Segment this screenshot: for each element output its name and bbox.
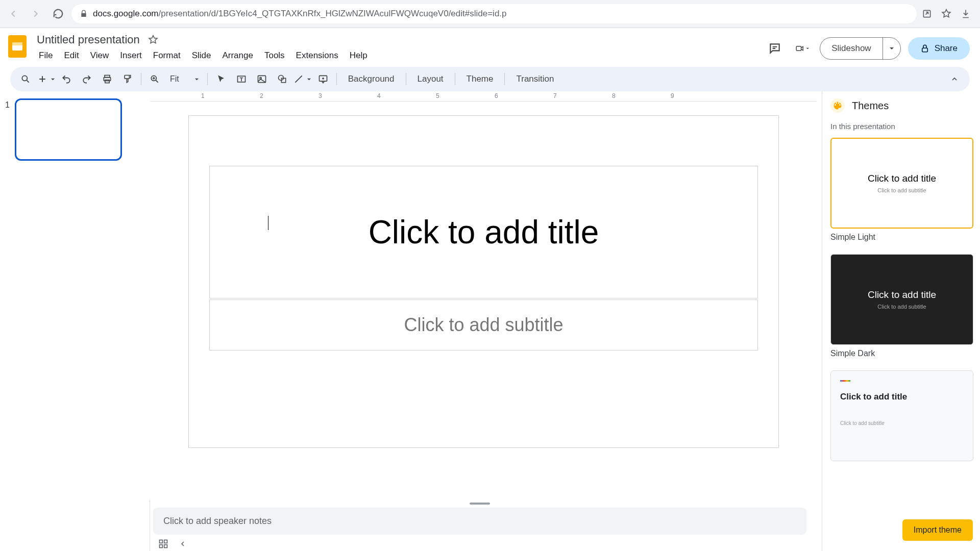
palette-icon [830, 98, 845, 113]
separator [336, 73, 337, 85]
transition-button[interactable]: Transition [509, 74, 561, 84]
svg-rect-3 [12, 42, 22, 45]
redo-button[interactable] [78, 70, 96, 88]
browser-toolbar: docs.google.com/presentation/d/1BGYeIc4_… [0, 0, 980, 28]
theme-button[interactable]: Theme [459, 74, 501, 84]
collapse-toolbar-button[interactable] [945, 70, 964, 88]
menu-view[interactable]: View [85, 48, 114, 63]
menu-extensions[interactable]: Extensions [291, 48, 344, 63]
address-bar[interactable]: docs.google.com/presentation/d/1BGYeIc4_… [71, 4, 917, 23]
share-page-icon[interactable] [921, 8, 933, 20]
theme-preview: Click to add title Click to add subtitle [830, 254, 973, 345]
filmstrip-slide: 1 [5, 98, 133, 161]
bookmark-star-icon[interactable] [940, 8, 952, 20]
meet-icon[interactable] [792, 38, 813, 59]
chevron-down-icon [806, 46, 810, 51]
slide-canvas[interactable]: Click to add title Click to add subtitle [189, 116, 778, 447]
chevron-down-icon [194, 77, 199, 82]
title-placeholder-box[interactable]: Click to add title [209, 166, 758, 298]
reload-button[interactable] [49, 5, 67, 23]
forward-button[interactable] [27, 5, 45, 23]
theme-preview-title: Click to add title [840, 392, 907, 402]
grid-view-icon[interactable] [158, 539, 168, 549]
lock-icon [920, 44, 929, 53]
horizontal-ruler[interactable]: 123456789 [150, 91, 817, 102]
background-button[interactable]: Background [341, 74, 402, 84]
star-icon[interactable] [148, 35, 158, 45]
menu-slide[interactable]: Slide [187, 48, 216, 63]
speaker-notes-placeholder: Click to add speaker notes [163, 516, 272, 526]
back-button[interactable] [4, 5, 22, 23]
theme-preview-subtitle: Click to add subtitle [877, 304, 926, 310]
collapse-filmstrip-icon[interactable] [179, 540, 187, 548]
theme-preview-title: Click to add title [868, 289, 936, 300]
url-text: docs.google.com/presentation/d/1BGYeIc4_… [93, 9, 507, 19]
notes-splitter[interactable] [470, 503, 490, 505]
layout-button[interactable]: Layout [410, 74, 451, 84]
image-tool[interactable] [253, 70, 271, 88]
download-icon[interactable] [960, 8, 972, 20]
theme-preview-title: Click to add title [868, 173, 936, 184]
share-label: Share [935, 43, 958, 54]
new-slide-button[interactable] [37, 70, 55, 88]
themes-panel-subtitle: In this presentation [830, 122, 980, 131]
undo-button[interactable] [57, 70, 76, 88]
theme-card-streamline[interactable]: Click to add title Click to add subtitle [830, 370, 980, 461]
app-header: Untitled presentation File Edit View Ins… [0, 28, 980, 63]
themes-panel: Themes In this presentation Click to add… [822, 91, 980, 551]
theme-card-simple-light[interactable]: Click to add title Click to add subtitle… [830, 138, 980, 250]
text-box-tool[interactable] [232, 70, 251, 88]
slideshow-button[interactable]: Slideshow [820, 38, 883, 59]
subtitle-placeholder-box[interactable]: Click to add subtitle [209, 299, 758, 350]
filmstrip: 1 [0, 91, 138, 551]
search-menus-button[interactable] [16, 70, 35, 88]
zoom-value: Fit [170, 74, 179, 84]
theme-card-simple-dark[interactable]: Click to add title Click to add subtitle… [830, 254, 980, 366]
speaker-notes[interactable]: Click to add speaker notes [153, 508, 806, 535]
shape-tool[interactable] [273, 70, 291, 88]
browser-right-icons [921, 8, 976, 20]
subtitle-placeholder-text: Click to add subtitle [404, 314, 563, 336]
themes-header: Themes [830, 98, 980, 113]
menu-format[interactable]: Format [148, 48, 186, 63]
theme-preview-subtitle: Click to add subtitle [840, 420, 885, 426]
select-tool[interactable] [212, 70, 230, 88]
canvas-scroll[interactable]: Click to add title Click to add subtitle [138, 102, 822, 499]
line-tool[interactable] [293, 70, 312, 88]
paint-format-button[interactable] [118, 70, 137, 88]
document-title[interactable]: Untitled presentation [34, 32, 143, 47]
share-button[interactable]: Share [908, 37, 970, 60]
slide-thumbnail[interactable] [15, 98, 122, 161]
theme-name: Simple Light [830, 233, 980, 242]
separator [141, 73, 141, 85]
slide-number: 1 [5, 98, 10, 161]
menu-edit[interactable]: Edit [59, 48, 84, 63]
import-theme-button[interactable]: Import theme [902, 519, 973, 541]
svg-rect-10 [125, 76, 129, 79]
menu-tools[interactable]: Tools [259, 48, 290, 63]
separator [504, 73, 505, 85]
slideshow-button-group: Slideshow [820, 37, 901, 60]
chevron-down-icon [307, 77, 311, 82]
zoom-select[interactable]: Fit [166, 70, 203, 88]
menu-help[interactable]: Help [345, 48, 373, 63]
comment-tool[interactable] [314, 70, 332, 88]
slideshow-dropdown[interactable] [883, 38, 900, 59]
print-button[interactable] [98, 70, 116, 88]
svg-rect-19 [164, 540, 167, 543]
title-placeholder-text: Click to add title [369, 213, 599, 251]
svg-rect-21 [164, 545, 167, 548]
menu-arrange[interactable]: Arrange [217, 48, 258, 63]
zoom-button[interactable] [145, 70, 164, 88]
comments-icon[interactable] [765, 38, 785, 59]
separator [455, 73, 455, 85]
menu-file[interactable]: File [34, 48, 58, 63]
slides-logo[interactable] [5, 34, 30, 59]
svg-rect-18 [160, 540, 163, 543]
separator [207, 73, 208, 85]
notes-area-wrapper: Click to add speaker notes [148, 499, 812, 551]
separator [406, 73, 406, 85]
theme-preview-subtitle: Click to add subtitle [877, 187, 926, 193]
svg-rect-5 [922, 48, 927, 52]
menu-insert[interactable]: Insert [115, 48, 147, 63]
